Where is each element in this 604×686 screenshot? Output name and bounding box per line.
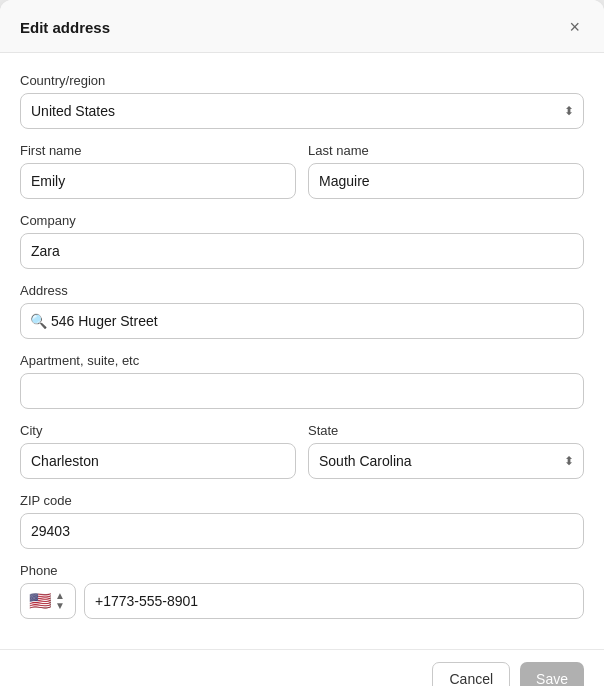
first-name-input[interactable] [20,163,296,199]
city-label: City [20,423,296,438]
phone-country-select[interactable]: 🇺🇸 ▲ ▼ [20,583,76,619]
modal-footer: Cancel Save [0,649,604,686]
address-field-group: Address 🔍 [20,283,584,339]
company-input[interactable] [20,233,584,269]
modal-body: Country/region United States Canada Unit… [0,53,604,649]
zip-label: ZIP code [20,493,584,508]
first-name-field-group: First name [20,143,296,199]
company-field-group: Company [20,213,584,269]
zip-input[interactable] [20,513,584,549]
close-button[interactable]: × [565,16,584,38]
last-name-label: Last name [308,143,584,158]
company-label: Company [20,213,584,228]
last-name-input[interactable] [308,163,584,199]
phone-field-group: Phone 🇺🇸 ▲ ▼ [20,563,584,619]
state-select-wrapper: AlabamaAlaskaArizona ArkansasCaliforniaC… [308,443,584,479]
edit-address-modal: Edit address × Country/region United Sta… [0,0,604,686]
address-label: Address [20,283,584,298]
address-input[interactable] [20,303,584,339]
last-name-field-group: Last name [308,143,584,199]
apartment-input[interactable] [20,373,584,409]
city-input[interactable] [20,443,296,479]
first-name-label: First name [20,143,296,158]
state-select[interactable]: AlabamaAlaskaArizona ArkansasCaliforniaC… [308,443,584,479]
apartment-field-group: Apartment, suite, etc [20,353,584,409]
apartment-label: Apartment, suite, etc [20,353,584,368]
phone-label: Phone [20,563,584,578]
country-select[interactable]: United States Canada United Kingdom Aust… [20,93,584,129]
modal-title: Edit address [20,19,110,36]
city-field-group: City [20,423,296,479]
country-select-wrapper: United States Canada United Kingdom Aust… [20,93,584,129]
flag-chevron-icon: ▲ ▼ [55,591,65,611]
save-button[interactable]: Save [520,662,584,686]
modal-header: Edit address × [0,0,604,53]
country-label: Country/region [20,73,584,88]
city-state-row: City State AlabamaAlaskaArizona Arkansas… [20,423,584,479]
country-field-group: Country/region United States Canada Unit… [20,73,584,129]
state-label: State [308,423,584,438]
state-field-group: State AlabamaAlaskaArizona ArkansasCalif… [308,423,584,479]
name-row: First name Last name [20,143,584,199]
phone-input[interactable] [84,583,584,619]
address-input-wrapper: 🔍 [20,303,584,339]
us-flag-icon: 🇺🇸 [29,590,51,612]
zip-field-group: ZIP code [20,493,584,549]
phone-wrapper: 🇺🇸 ▲ ▼ [20,583,584,619]
cancel-button[interactable]: Cancel [432,662,510,686]
